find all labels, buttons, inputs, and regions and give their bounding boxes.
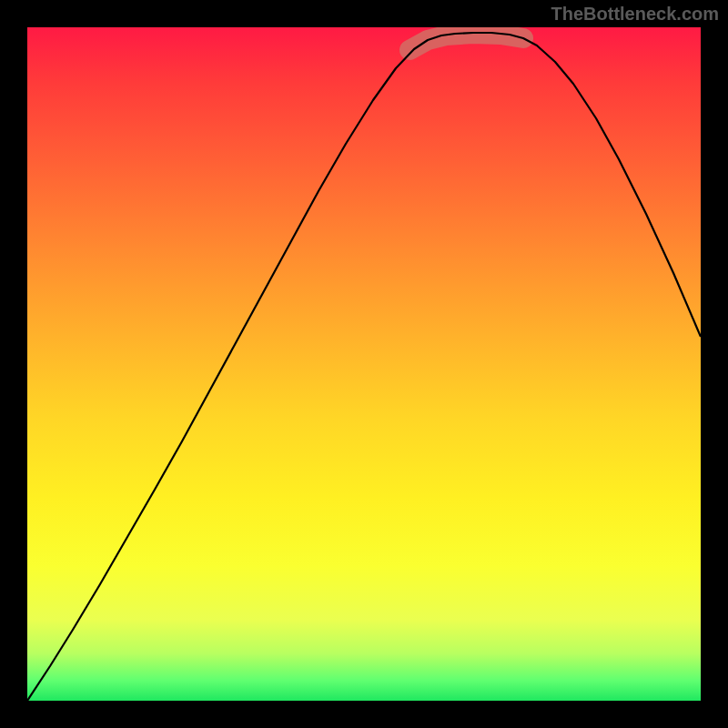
bottleneck-curve xyxy=(27,33,701,701)
chart-plot-area xyxy=(27,27,701,701)
watermark-text: TheBottleneck.com xyxy=(551,4,719,25)
chart-svg xyxy=(27,27,701,701)
